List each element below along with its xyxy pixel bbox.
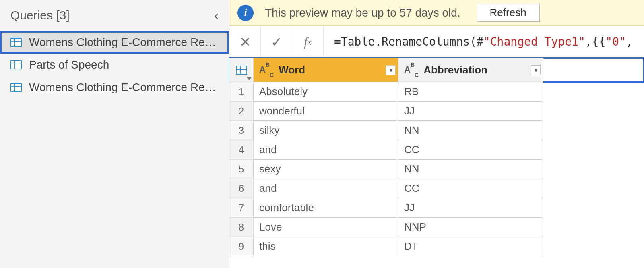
- row-number-cell[interactable]: 7: [229, 198, 254, 218]
- table-row[interactable]: 3silkyNN: [229, 121, 644, 140]
- table-row[interactable]: 4andCC: [229, 140, 644, 160]
- refresh-button[interactable]: Refresh: [477, 4, 540, 22]
- table-row[interactable]: 2wonderfulJJ: [229, 102, 644, 121]
- collapse-pane-icon[interactable]: ‹: [212, 7, 221, 23]
- cell-word[interactable]: Love: [254, 218, 398, 237]
- cell-word[interactable]: and: [254, 179, 398, 198]
- cell-abbreviation[interactable]: JJ: [398, 102, 543, 121]
- text-type-icon: ABC: [259, 64, 274, 76]
- cell-word[interactable]: wonderful: [254, 102, 398, 121]
- column-filter-dropdown[interactable]: ▾: [386, 65, 396, 75]
- fx-icon[interactable]: fx: [292, 26, 324, 58]
- cell-word[interactable]: sexy: [254, 160, 398, 179]
- column-header-label: Abbreviation: [423, 64, 487, 76]
- queries-pane-title: Queries [3]: [10, 8, 70, 22]
- row-number-cell[interactable]: 5: [229, 160, 254, 179]
- table-row[interactable]: 7comfortableJJ: [229, 198, 644, 218]
- cell-word[interactable]: Absolutely: [254, 82, 398, 102]
- row-number-cell[interactable]: 3: [229, 121, 254, 140]
- info-icon: i: [237, 5, 254, 21]
- row-number-cell[interactable]: 9: [229, 237, 254, 256]
- row-number-cell[interactable]: 4: [229, 140, 254, 160]
- cell-abbreviation[interactable]: NNP: [398, 218, 543, 237]
- cell-abbreviation[interactable]: NN: [398, 121, 543, 140]
- preview-stale-text: This preview may be up to 57 days old.: [265, 6, 460, 19]
- table-row[interactable]: 6andCC: [229, 179, 644, 198]
- column-header-abbreviation[interactable]: ABC Abbreviation ▾: [398, 58, 543, 82]
- column-header-word[interactable]: ABC Word ▾: [254, 58, 398, 82]
- query-item[interactable]: Parts of Speech: [0, 54, 229, 76]
- cell-abbreviation[interactable]: DT: [398, 237, 543, 256]
- dropdown-icon: [247, 77, 252, 80]
- queries-pane: Queries [3] ‹ Womens Clothing E-Commerce…: [0, 0, 229, 268]
- cell-abbreviation[interactable]: NN: [398, 160, 543, 179]
- text-type-icon: ABC: [404, 64, 419, 76]
- column-header-label: Word: [279, 64, 305, 76]
- cell-abbreviation[interactable]: CC: [398, 179, 543, 198]
- cell-word[interactable]: and: [254, 140, 398, 160]
- select-all-cell[interactable]: [229, 58, 254, 82]
- table-row[interactable]: 1AbsolutelyRB: [229, 82, 644, 102]
- query-item[interactable]: Womens Clothing E-Commerce Reviews: [0, 31, 229, 54]
- preview-stale-bar: i This preview may be up to 57 days old.…: [229, 0, 644, 26]
- query-item-label: Womens Clothing E-Commerce Reviews: [29, 36, 218, 49]
- query-item-label: Parts of Speech: [29, 58, 109, 71]
- cancel-formula-icon[interactable]: ✕: [229, 26, 261, 58]
- accept-formula-icon[interactable]: ✓: [261, 26, 292, 58]
- table-icon: [236, 66, 247, 75]
- cell-abbreviation[interactable]: RB: [398, 82, 543, 102]
- table-icon: [10, 60, 22, 69]
- table-icon: [10, 38, 22, 47]
- row-number-cell[interactable]: 6: [229, 179, 254, 198]
- data-grid: ABC Word ▾ ABC Abbreviation ▾ 1Absolutel…: [229, 58, 644, 256]
- row-number-cell[interactable]: 2: [229, 102, 254, 121]
- table-row[interactable]: 9thisDT: [229, 237, 644, 256]
- cell-abbreviation[interactable]: JJ: [398, 198, 543, 218]
- formula-bar: ✕ ✓ fx = Table.RenameColumns (# "Changed…: [229, 26, 644, 58]
- query-item[interactable]: Womens Clothing E-Commerce Review...: [0, 76, 229, 99]
- table-row[interactable]: 8LoveNNP: [229, 218, 644, 237]
- query-item-label: Womens Clothing E-Commerce Review...: [29, 81, 218, 94]
- cell-abbreviation[interactable]: CC: [398, 140, 543, 160]
- row-number-cell[interactable]: 8: [229, 218, 254, 237]
- table-icon: [10, 83, 22, 92]
- table-row[interactable]: 5sexyNN: [229, 160, 644, 179]
- column-filter-dropdown[interactable]: ▾: [531, 65, 541, 75]
- cell-word[interactable]: comfortable: [254, 198, 398, 218]
- formula-input[interactable]: = Table.RenameColumns (# "Changed Type1"…: [324, 35, 640, 48]
- cell-word[interactable]: this: [254, 237, 398, 256]
- row-number-cell[interactable]: 1: [229, 82, 254, 102]
- cell-word[interactable]: silky: [254, 121, 398, 140]
